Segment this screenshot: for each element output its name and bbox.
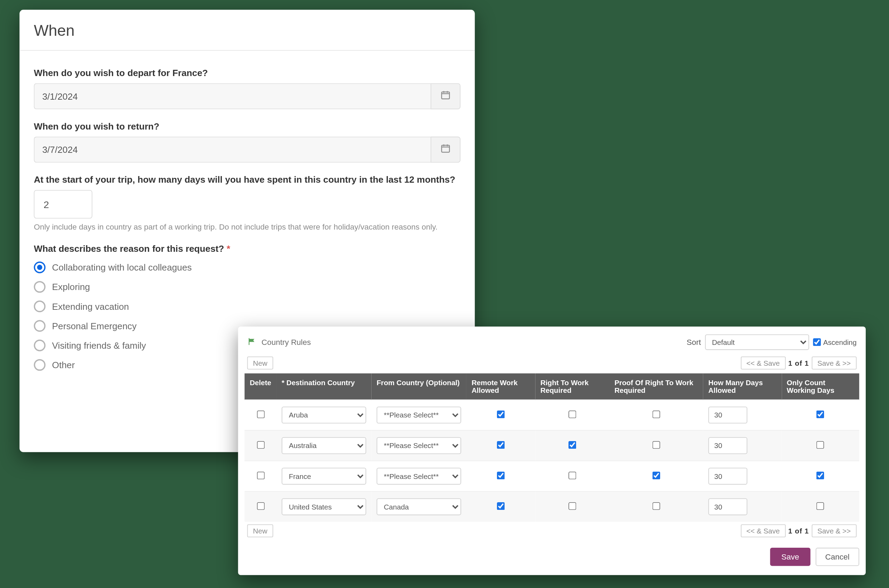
flag-icon bbox=[247, 336, 256, 348]
svg-rect-1 bbox=[442, 145, 449, 152]
form-header: When bbox=[19, 10, 475, 51]
pager-bottom: << & Save 1 of 1 Save & >> bbox=[741, 525, 856, 537]
calendar-icon bbox=[440, 143, 451, 156]
depart-question: When do you wish to depart for France? bbox=[34, 68, 460, 78]
reason-radio[interactable] bbox=[34, 359, 45, 371]
depart-date-input[interactable] bbox=[34, 83, 430, 110]
svg-rect-0 bbox=[442, 92, 449, 99]
pager-prev-top[interactable]: << & Save bbox=[741, 356, 786, 369]
reason-label: Exploring bbox=[52, 282, 90, 292]
proof-checkbox[interactable] bbox=[652, 502, 660, 510]
col-from: From Country (Optional) bbox=[372, 374, 466, 400]
right-checkbox[interactable] bbox=[568, 410, 576, 418]
col-only-working: Only Count Working Days bbox=[782, 374, 859, 400]
reason-radio[interactable] bbox=[34, 300, 45, 312]
return-date-input[interactable] bbox=[34, 136, 430, 162]
days-allowed-input[interactable] bbox=[708, 498, 747, 515]
reason-label: Visiting friends & family bbox=[52, 340, 146, 351]
table-row: United States Canada bbox=[244, 492, 859, 522]
table-row: Australia **Please Select** bbox=[244, 430, 859, 461]
days-allowed-input[interactable] bbox=[708, 407, 747, 424]
right-checkbox[interactable] bbox=[568, 502, 576, 510]
pager-next-top[interactable]: Save & >> bbox=[811, 356, 857, 369]
pager-prev-bottom[interactable]: << & Save bbox=[741, 525, 786, 537]
pager-next-bottom[interactable]: Save & >> bbox=[811, 525, 857, 537]
rules-title: Country Rules bbox=[261, 338, 311, 346]
reason-radio[interactable] bbox=[34, 340, 45, 351]
only-working-checkbox[interactable] bbox=[816, 502, 824, 510]
cancel-button[interactable]: Cancel bbox=[816, 548, 859, 566]
from-select[interactable]: Canada bbox=[377, 498, 461, 515]
reason-question: What describes the reason for this reque… bbox=[34, 243, 460, 254]
reason-label: Collaborating with local colleagues bbox=[52, 262, 192, 273]
pager-counter-bottom: 1 of 1 bbox=[788, 527, 809, 534]
reason-label: Other bbox=[52, 360, 75, 370]
sort-label: Sort bbox=[687, 338, 701, 346]
delete-checkbox[interactable] bbox=[256, 471, 264, 479]
delete-checkbox[interactable] bbox=[256, 502, 264, 510]
reason-radio[interactable] bbox=[34, 261, 45, 273]
proof-checkbox[interactable] bbox=[652, 410, 660, 418]
only-working-checkbox[interactable] bbox=[816, 471, 824, 479]
days-allowed-input[interactable] bbox=[708, 468, 747, 485]
rules-table: Delete * Destination Country From Countr… bbox=[244, 374, 859, 522]
remote-checkbox[interactable] bbox=[497, 441, 505, 448]
from-select[interactable]: **Please Select** bbox=[377, 468, 461, 485]
col-delete: Delete bbox=[244, 374, 276, 400]
pager-counter-top: 1 of 1 bbox=[788, 359, 809, 367]
remote-checkbox[interactable] bbox=[497, 471, 505, 479]
destination-select[interactable]: United States bbox=[282, 498, 366, 515]
remote-checkbox[interactable] bbox=[497, 502, 505, 510]
remote-checkbox[interactable] bbox=[497, 410, 505, 418]
days-question: At the start of your trip, how many days… bbox=[34, 174, 460, 185]
reason-label: Extending vacation bbox=[52, 301, 129, 312]
from-select[interactable]: **Please Select** bbox=[377, 437, 461, 454]
new-button-top[interactable]: New bbox=[247, 356, 273, 369]
delete-checkbox[interactable] bbox=[256, 441, 264, 448]
reason-label: Personal Emergency bbox=[52, 321, 136, 331]
required-star: * bbox=[227, 243, 230, 254]
col-destination: * Destination Country bbox=[276, 374, 371, 400]
country-rules-card: Country Rules Sort Default Ascending New… bbox=[238, 327, 866, 575]
destination-select[interactable]: Aruba bbox=[282, 407, 366, 424]
right-checkbox[interactable] bbox=[568, 441, 576, 448]
form-title: When bbox=[34, 21, 460, 40]
delete-checkbox[interactable] bbox=[256, 410, 264, 418]
right-checkbox[interactable] bbox=[568, 471, 576, 479]
pager-top: << & Save 1 of 1 Save & >> bbox=[741, 356, 856, 369]
only-working-checkbox[interactable] bbox=[816, 410, 824, 418]
reason-radio[interactable] bbox=[34, 281, 45, 293]
destination-select[interactable]: France bbox=[282, 468, 366, 485]
col-proof: Proof Of Right To Work Required bbox=[609, 374, 703, 400]
col-remote: Remote Work Allowed bbox=[466, 374, 535, 400]
destination-select[interactable]: Australia bbox=[282, 437, 366, 454]
proof-checkbox[interactable] bbox=[652, 441, 660, 448]
proof-checkbox[interactable] bbox=[652, 471, 660, 479]
table-row: Aruba **Please Select** bbox=[244, 400, 859, 430]
reason-radio[interactable] bbox=[34, 320, 45, 332]
days-allowed-input[interactable] bbox=[708, 437, 747, 454]
days-hint: Only include days in country as part of … bbox=[34, 223, 460, 232]
col-right: Right To Work Required bbox=[535, 374, 609, 400]
calendar-icon bbox=[440, 90, 451, 102]
sort-select[interactable]: Default bbox=[705, 334, 809, 350]
new-button-bottom[interactable]: New bbox=[247, 525, 273, 537]
depart-calendar-button[interactable] bbox=[430, 83, 460, 110]
from-select[interactable]: **Please Select** bbox=[377, 407, 461, 424]
only-working-checkbox[interactable] bbox=[816, 441, 824, 448]
table-row: France **Please Select** bbox=[244, 461, 859, 492]
save-button[interactable]: Save bbox=[770, 548, 810, 566]
col-days: How Many Days Allowed bbox=[703, 374, 782, 400]
ascending-toggle[interactable]: Ascending bbox=[813, 338, 857, 346]
ascending-checkbox[interactable] bbox=[813, 338, 821, 346]
return-calendar-button[interactable] bbox=[430, 136, 460, 162]
reason-question-text: What describes the reason for this reque… bbox=[34, 243, 224, 254]
return-question: When do you wish to return? bbox=[34, 121, 460, 131]
ascending-label: Ascending bbox=[823, 338, 857, 346]
days-input[interactable] bbox=[34, 190, 92, 219]
